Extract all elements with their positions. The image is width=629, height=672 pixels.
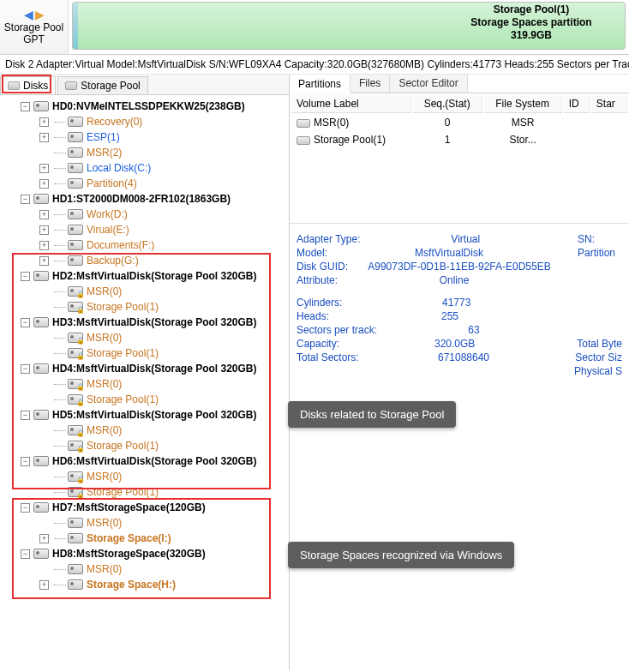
expand-icon[interactable]: + (39, 241, 49, 250)
storage-pool-gpt-button[interactable]: ◀ ▶ Storage Pool GPT (0, 0, 69, 54)
table-row[interactable]: Storage Pool(1) 1 Stor... (291, 132, 627, 147)
tree-node-virual-e[interactable]: +Virual(E:) (2, 222, 287, 237)
tree-label: Storage Pool(1) (87, 301, 159, 313)
cell-seq: 1 (413, 132, 482, 147)
partition-map[interactable]: Storage Pool(1) Storage Spaces partition… (69, 0, 629, 54)
tree-node-localdisk-c[interactable]: +Local Disk(C:) (2, 160, 287, 176)
tree-label: Storage Pool(1) (87, 440, 159, 452)
cell-fs: MSR (484, 115, 562, 130)
tab-partitions[interactable]: Partitions (290, 75, 350, 93)
collapse-icon[interactable]: − (21, 272, 30, 281)
tab-storage-pool[interactable]: Storage Pool (57, 76, 147, 94)
locked-volume-icon (68, 348, 83, 358)
tree-node-hd3-msr[interactable]: MSR(0) (2, 330, 287, 345)
tree-node-hd2[interactable]: −HD2:MsftVirtualDisk(Storage Pool 320GB) (2, 268, 287, 284)
detail-key: Disk GUID: (297, 261, 348, 273)
detail-key: Cylinders: (297, 297, 342, 309)
tree-node-hd7-ss[interactable]: +Storage Space(I:) (2, 531, 287, 546)
expand-icon[interactable]: + (39, 164, 49, 173)
collapse-icon[interactable]: − (21, 411, 30, 420)
col-filesystem[interactable]: File System (484, 95, 562, 113)
col-volume-label[interactable]: Volume Label (291, 95, 411, 113)
disk-tree[interactable]: −HD0:NVMeINTELSSDPEKKW25(238GB) +Recover… (0, 95, 289, 669)
expand-icon[interactable]: + (39, 580, 49, 590)
volume-icon (68, 117, 83, 127)
tree-node-hd2-msr[interactable]: MSR(0) (2, 284, 287, 299)
col-start[interactable]: Star (591, 95, 627, 113)
tree-node-recovery[interactable]: +Recovery(0) (2, 114, 287, 129)
tree-node-partition4[interactable]: +Partition(4) (2, 176, 287, 191)
cell-seq: 0 (413, 115, 482, 130)
detail-value: 255 (441, 310, 458, 322)
detail-value: Online (440, 274, 470, 286)
expand-icon[interactable]: + (39, 210, 49, 219)
collapse-icon[interactable]: − (21, 503, 30, 513)
collapse-icon[interactable]: − (21, 195, 30, 204)
tree-node-hd7[interactable]: −HD7:MsftStorageSpace(120GB) (2, 500, 287, 515)
collapse-icon[interactable]: − (21, 457, 30, 466)
tree-node-hd4[interactable]: −HD4:MsftVirtualDisk(Storage Pool 320GB) (2, 361, 287, 376)
tree-node-esp[interactable]: +ESP(1) (2, 129, 287, 145)
tree-node-hd1[interactable]: −HD1:ST2000DM008-2FR102(1863GB) (2, 191, 287, 207)
tab-files[interactable]: Files (350, 75, 390, 93)
tree-node-hd3[interactable]: −HD3:MsftVirtualDisk(Storage Pool 320GB) (2, 315, 287, 330)
tree-node-hd6-sp[interactable]: Storage Pool(1) (2, 484, 287, 500)
tab-disks[interactable]: Disks (0, 76, 56, 94)
expand-icon[interactable]: + (39, 256, 49, 266)
collapse-icon[interactable]: − (21, 364, 30, 374)
callout-storage-spaces: Storage Spaces recognized via Windows (288, 542, 514, 568)
detail-key: Capacity: (297, 338, 339, 350)
tab-sector-editor[interactable]: Sector Editor (390, 75, 467, 93)
tree-node-hd8[interactable]: −HD8:MsftStorageSpace(320GB) (2, 546, 287, 561)
tree-node-hd8-ss[interactable]: +Storage Space(H:) (2, 577, 287, 592)
disk-info-line: Disk 2 Adapter:Virtual Model:MsftVirtual… (0, 55, 629, 75)
tree-node-hd2-sp[interactable]: Storage Pool(1) (2, 299, 287, 315)
col-id[interactable]: ID (564, 95, 590, 113)
detail-key: Model: (297, 247, 327, 259)
collapse-icon[interactable]: − (21, 549, 30, 559)
expand-icon[interactable]: + (39, 117, 49, 127)
tree-node-hd7-msr[interactable]: MSR(0) (2, 515, 287, 531)
tree-label: HD6:MsftVirtualDisk(Storage Pool 320GB) (52, 455, 257, 467)
locked-volume-icon (68, 379, 83, 389)
tree-label: HD7:MsftStorageSpace(120GB) (52, 501, 206, 513)
tab-label: Disks (23, 80, 48, 92)
tree-node-hd8-msr[interactable]: MSR(0) (2, 561, 287, 577)
detail-key: Heads: (297, 310, 329, 322)
tree-node-hd0[interactable]: −HD0:NVMeINTELSSDPEKKW25(238GB) (2, 99, 287, 114)
callout-storage-pool-disks: Disks related to Storage Pool (288, 401, 456, 428)
collapse-icon[interactable]: − (21, 318, 30, 327)
expand-icon[interactable]: + (39, 179, 49, 189)
hdd-icon (33, 410, 49, 420)
tree-node-hd6-msr[interactable]: MSR(0) (2, 469, 287, 484)
tree-node-msr[interactable]: MSR(2) (2, 145, 287, 160)
tree-node-hd4-msr[interactable]: MSR(0) (2, 376, 287, 392)
tree-label: Work(D:) (87, 208, 128, 220)
table-row[interactable]: MSR(0) 0 MSR (291, 115, 627, 130)
arrow-right-icon: ▶ (35, 9, 45, 21)
tree-label: MSR(0) (87, 332, 122, 344)
tree-node-hd5-sp[interactable]: Storage Pool(1) (2, 438, 287, 453)
tree-node-hd4-sp[interactable]: Storage Pool(1) (2, 392, 287, 407)
tree-node-hd5-msr[interactable]: MSR(0) (2, 423, 287, 438)
detail-value: 671088640 (438, 351, 489, 363)
tree-label: MSR(0) (87, 517, 122, 529)
expand-icon[interactable]: + (39, 534, 49, 543)
detail-value: 63 (468, 324, 479, 336)
volume-icon (68, 579, 83, 590)
detail-extra: Total Byte (570, 338, 622, 350)
tree-node-backup-g[interactable]: +Backup(G:) (2, 253, 287, 268)
col-seq[interactable]: Seq.(Stat) (413, 95, 482, 113)
hdd-icon (33, 363, 49, 374)
tree-node-hd6[interactable]: −HD6:MsftVirtualDisk(Storage Pool 320GB) (2, 453, 287, 469)
detail-value: A99073DF-0D1B-11EB-92FA-E0D55EB (368, 261, 550, 273)
cell-volume: Storage Pool(1) (314, 134, 386, 146)
tree-node-hd5[interactable]: −HD5:MsftVirtualDisk(Storage Pool 320GB) (2, 407, 287, 423)
partitions-table[interactable]: Volume Label Seq.(Stat) File System ID S… (290, 93, 629, 149)
tree-node-documents-f[interactable]: +Documents(F:) (2, 237, 287, 253)
tree-node-hd3-sp[interactable]: Storage Pool(1) (2, 345, 287, 361)
collapse-icon[interactable]: − (21, 102, 30, 111)
expand-icon[interactable]: + (39, 133, 49, 142)
tree-node-work-d[interactable]: +Work(D:) (2, 207, 287, 222)
expand-icon[interactable]: + (39, 225, 49, 235)
